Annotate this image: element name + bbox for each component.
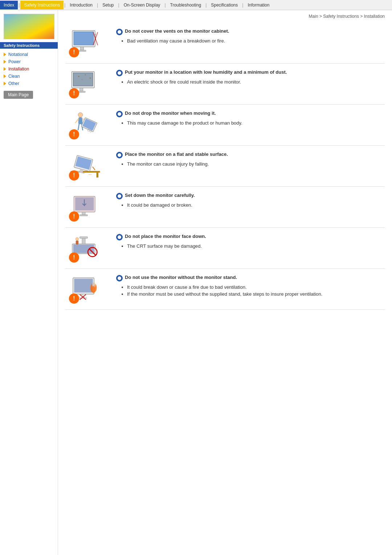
monitor-illustration-4: ~~ ! [69, 151, 105, 181]
monitor-illustration-3: ! [69, 110, 105, 139]
bullet-icon-2 [116, 70, 123, 76]
nav-index[interactable]: Index [0, 1, 18, 9]
sidebar-item-other[interactable]: Other [0, 80, 58, 87]
warning-badge-4: ! [69, 170, 79, 181]
section-text-5: Set down the monitor carefully. It could… [116, 193, 385, 209]
section-text-4: Place the monitor on a flat and stable s… [116, 151, 385, 168]
svg-rect-43 [73, 244, 94, 253]
svg-point-13 [78, 76, 79, 77]
monitor-illustration-5: ! [69, 193, 105, 222]
arrow-icon-notational [4, 53, 6, 56]
section-icon-7: ! [65, 275, 109, 304]
nav-osd[interactable]: On-Screen Display [120, 1, 164, 9]
section-icon-2: ! [65, 69, 109, 98]
sidebar-image [4, 14, 54, 39]
svg-rect-40 [82, 212, 85, 215]
nav-sep-3: | [96, 3, 99, 8]
section-bullets-2: An electric shock or fire could result i… [116, 79, 385, 85]
section-title-4: Place the monitor on a flat and stable s… [116, 151, 385, 158]
bullet-icon-4 [116, 152, 123, 158]
section-title-5: Set down the monitor carefully. [116, 193, 385, 199]
svg-point-19 [78, 113, 83, 117]
nav-sep-2: | [64, 3, 66, 8]
section-row-6: ! Do not place the monitor face down. Th… [65, 228, 385, 269]
svg-rect-45 [80, 237, 88, 239]
svg-line-23 [78, 124, 79, 130]
sidebar-item-power[interactable]: Power [0, 58, 58, 65]
sidebar-item-installation[interactable]: Installation [0, 65, 58, 73]
section-text-7: Do not use the monitor without the monit… [116, 275, 385, 298]
arrow-icon-installation [4, 67, 6, 71]
main-layout: Safety Instructions Notational Power Ins… [0, 10, 392, 555]
nav-introduction[interactable]: Introduction [66, 1, 96, 9]
monitor-illustration-6: ! [69, 234, 105, 263]
section-bullets-6: The CRT surface may be damaged. [116, 243, 385, 249]
monitor-illustration-7: ! [69, 275, 105, 304]
nav-information[interactable]: Information [244, 1, 273, 9]
section-bullets-5: It could be damaged or broken. [116, 202, 385, 208]
section-text-1: Do not cover the vents on the monitor ca… [116, 28, 385, 45]
section-row-5: ! Set down the monitor carefully. It cou… [65, 187, 385, 228]
section-title-2: Put your monitor in a location with low … [116, 69, 385, 76]
svg-rect-49 [76, 241, 78, 245]
list-item: It could be damaged or broken. [127, 202, 385, 208]
nav-sep-7: | [241, 3, 244, 8]
nav-setup[interactable]: Setup [99, 1, 117, 9]
nav-specifications[interactable]: Specifications [207, 1, 241, 9]
section-title-3: Do not drop the monitor when moving it. [116, 110, 385, 117]
list-item: Bad ventilation may cause a breakdown or… [127, 38, 385, 44]
section-row-1: ! Do not cover the vents on the monitor … [65, 23, 385, 64]
arrow-icon-power [4, 60, 6, 64]
content-area: Main > Safety Instructions > Installatio… [58, 10, 392, 555]
svg-point-48 [75, 238, 79, 241]
svg-line-21 [75, 119, 78, 123]
nav-sep-1: | [18, 3, 20, 8]
nav-sep-6: | [205, 3, 207, 8]
svg-rect-12 [74, 73, 93, 86]
section-icon-5: ! [65, 193, 109, 222]
svg-point-15 [90, 77, 91, 79]
nav-sep-4: | [118, 3, 120, 8]
svg-rect-31 [97, 173, 98, 178]
breadcrumb: Main > Safety Instructions > Installatio… [65, 14, 385, 19]
section-text-2: Put your monitor in a location with low … [116, 69, 385, 86]
section-icon-6: ! [65, 234, 109, 263]
svg-point-16 [82, 80, 82, 80]
section-title-6: Do not place the monitor face down. [116, 234, 385, 240]
arrow-icon-clean [4, 74, 6, 78]
sidebar-title: Safety Instructions [0, 42, 58, 49]
list-item: An electric shock or fire could result i… [127, 79, 385, 85]
section-row-3: ! Do not drop the monitor when moving it… [65, 105, 385, 146]
warning-badge-6: ! [69, 252, 79, 263]
bullet-icon-7 [116, 275, 123, 281]
section-bullets-3: This may cause damage to the product or … [116, 120, 385, 126]
svg-rect-51 [74, 279, 93, 292]
section-icon-1: ! [65, 28, 109, 57]
nav-troubleshooting[interactable]: Troubleshooting [167, 1, 205, 9]
warning-badge-5: ! [69, 211, 79, 222]
sidebar-item-notational[interactable]: Notational [0, 51, 58, 58]
arrow-icon-other [4, 82, 6, 85]
sidebar-item-clean[interactable]: Clean [0, 73, 58, 80]
list-item: If the monitor must be used without the … [127, 291, 385, 297]
svg-rect-39 [74, 197, 95, 212]
section-row-2: ! Put your monitor in a location with lo… [65, 64, 385, 105]
list-item: It could break down or cause a fire due … [127, 284, 385, 290]
nav-sep-5: | [164, 3, 166, 8]
svg-rect-4 [78, 50, 86, 52]
section-bullets-7: It could break down or cause a fire due … [116, 284, 385, 297]
svg-rect-3 [81, 47, 84, 50]
section-title-7: Do not use the monitor without the monit… [116, 275, 385, 281]
monitor-illustration-2: ! [69, 69, 105, 98]
svg-rect-20 [78, 118, 82, 124]
list-item: The monitor can cause injury by falling. [127, 161, 385, 167]
svg-rect-41 [80, 215, 88, 216]
section-bullets-4: The monitor can cause injury by falling. [116, 161, 385, 167]
sidebar: Safety Instructions Notational Power Ins… [0, 10, 58, 555]
bullet-icon-5 [116, 193, 123, 199]
svg-text:~~: ~~ [89, 173, 91, 176]
warning-badge-3: ! [69, 129, 79, 139]
warning-badge-7: ! [69, 293, 79, 304]
main-page-button[interactable]: Main Page [4, 91, 33, 99]
nav-safety[interactable]: Safety Instructions [20, 1, 64, 9]
